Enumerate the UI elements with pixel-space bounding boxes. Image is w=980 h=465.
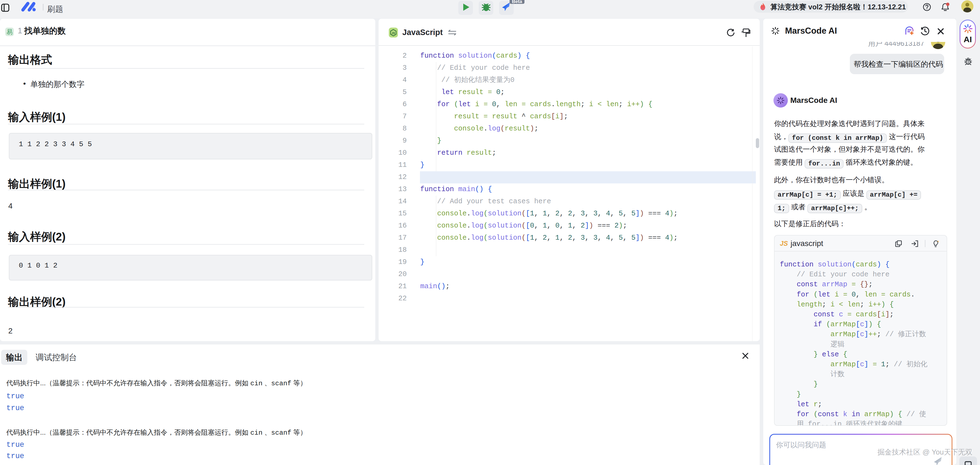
svg-text:JS: JS xyxy=(391,32,395,35)
